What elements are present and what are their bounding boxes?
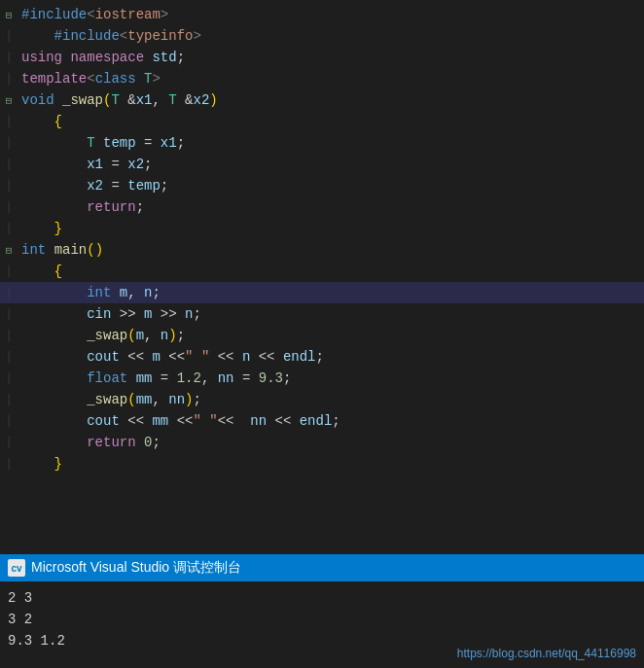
token-punct: ;	[177, 50, 185, 65]
token-op: &	[120, 92, 136, 108]
token-op	[127, 370, 135, 386]
token-var: nn	[218, 370, 234, 386]
console-output-line: 2 3	[8, 587, 636, 609]
code-line: │ }	[0, 453, 644, 475]
token-op	[54, 92, 62, 108]
code-line: │using namespace std;	[0, 47, 644, 68]
code-line: │ x1 = x2;	[0, 154, 644, 175]
token-op: <<	[250, 349, 283, 365]
token-fn: _swap	[62, 92, 103, 108]
token-op: <<	[209, 349, 242, 365]
code-line: │ cout << mm <<" "<< nn << endl;	[0, 410, 644, 432]
fold-gutter: │	[0, 223, 18, 234]
token-var: x2	[194, 92, 210, 108]
token-inc: typeinfo	[127, 28, 193, 44]
token-var: cout	[87, 349, 120, 365]
token-bracket: }	[54, 221, 62, 236]
token-angle: >	[161, 7, 168, 22]
token-str: "	[209, 413, 217, 429]
token-kw2: template	[21, 71, 87, 87]
token-angle: >	[193, 28, 200, 44]
fold-gutter[interactable]: ⊟	[0, 94, 18, 107]
fold-gutter: │	[0, 265, 18, 277]
code-line: │ int m, n;	[0, 282, 644, 303]
token-var: x2	[127, 157, 144, 172]
console-icon: cv	[8, 559, 25, 577]
line-content: float mm = 1.2, nn = 9.3;	[18, 368, 644, 389]
token-punct: ;	[152, 285, 160, 300]
token-var: nn	[250, 413, 267, 429]
line-content: }	[18, 218, 644, 239]
token-punct: ,	[127, 285, 144, 300]
code-line: │ return;	[0, 196, 644, 218]
line-content: x1 = x2;	[18, 154, 644, 175]
fold-gutter[interactable]: ⊟	[0, 9, 18, 21]
token-punct: ,	[201, 370, 218, 386]
code-line: │template<class T>	[0, 68, 644, 89]
code-line: │ cin >> m >> n;	[0, 303, 644, 325]
token-fn: main	[54, 242, 88, 258]
code-line: │ x2 = temp;	[0, 175, 644, 196]
line-content: _swap(m, n);	[18, 325, 644, 346]
token-bracket: {	[54, 114, 62, 129]
token-kw: class	[95, 71, 136, 87]
token-op: <<	[120, 349, 153, 365]
token-punct: ;	[316, 349, 324, 365]
token-punct: ;	[193, 392, 200, 407]
line-content: return;	[18, 196, 644, 218]
token-op: <<	[120, 413, 153, 429]
token-bracket: (	[127, 392, 135, 407]
fold-gutter: │	[0, 415, 18, 427]
code-line: │ _swap(m, n);	[0, 325, 644, 346]
token-op: =	[234, 370, 259, 386]
token-op: =	[103, 157, 127, 172]
token-bracket: }	[54, 456, 62, 472]
token-var: x1	[161, 135, 177, 151]
token-fn: _swap	[87, 392, 127, 407]
token-punct: ,	[144, 328, 161, 343]
token-bracket: (	[127, 328, 135, 343]
code-line: │ cout << m <<" " << n << endl;	[0, 346, 644, 368]
token-kw: float	[87, 370, 127, 386]
fold-gutter: │	[0, 201, 18, 213]
token-var: m	[136, 328, 144, 343]
token-angle: <	[120, 28, 127, 44]
token-op	[136, 435, 144, 450]
token-var: m	[152, 349, 160, 365]
console-output: 2 33 29.3 1.2	[8, 587, 636, 651]
code-line: │ #include<typeinfo>	[0, 25, 644, 47]
token-punct: ;	[177, 328, 185, 343]
console-output-line: 3 2	[8, 609, 636, 630]
fold-gutter: │	[0, 73, 18, 85]
token-var: temp	[103, 135, 136, 151]
line-content: #include<iostream>	[18, 4, 644, 25]
fold-gutter: │	[0, 116, 18, 127]
token-punct: ;	[152, 435, 160, 450]
fold-gutter: │	[0, 372, 18, 384]
fold-gutter: │	[0, 330, 18, 341]
token-cls: T	[87, 135, 94, 151]
code-line: │ float mm = 1.2, nn = 9.3;	[0, 368, 644, 389]
console-panel: cv Microsoft Visual Studio 调试控制台 2 33 29…	[0, 554, 644, 668]
console-title-bar: cv Microsoft Visual Studio 调试控制台	[0, 554, 644, 581]
token-punct: ;	[283, 370, 291, 386]
line-content: void _swap(T &x1, T &x2)	[18, 89, 644, 111]
console-link[interactable]: https://blog.csdn.net/qq_44116998	[457, 647, 636, 660]
token-op: <<	[161, 349, 185, 365]
token-op: &	[177, 92, 194, 108]
token-angle: <	[87, 71, 94, 87]
token-var: mm	[152, 413, 168, 429]
token-cls: T	[168, 92, 176, 108]
token-kw2: using	[21, 50, 62, 65]
token-var: m	[120, 285, 127, 300]
code-line: │ return 0;	[0, 432, 644, 453]
console-body: 2 33 29.3 1.2 https://blog.csdn.net/qq_4…	[0, 581, 644, 668]
token-op: =	[136, 135, 161, 151]
code-line: │ }	[0, 218, 644, 239]
token-kw: void	[21, 92, 54, 108]
token-var: mm	[136, 392, 153, 407]
token-op: =	[152, 370, 176, 386]
fold-gutter[interactable]: ⊟	[0, 244, 18, 257]
token-var: endl	[283, 349, 316, 365]
line-content: template<class T>	[18, 68, 644, 89]
